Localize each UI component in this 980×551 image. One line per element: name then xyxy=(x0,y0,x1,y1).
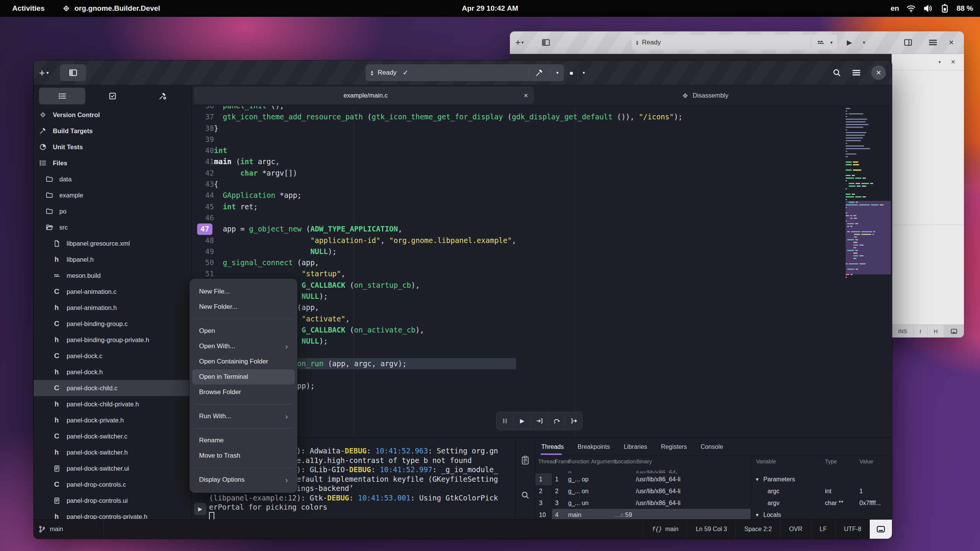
activities-button[interactable]: Activities xyxy=(7,3,50,14)
column-header-arguments[interactable]: Arguments xyxy=(591,456,618,467)
panel-tab-console[interactable]: Console xyxy=(701,438,723,456)
panel-tab-threads[interactable]: Threads xyxy=(541,438,564,456)
variable-row-argc[interactable]: argcint1 xyxy=(751,485,892,497)
frame-row-2[interactable]: 2g_... on/usr/lib/x86_64-li xyxy=(552,485,751,497)
breakpoint-line-number[interactable]: 47 xyxy=(197,223,212,235)
tree-file-panel-binding-group.c[interactable]: Cpanel-binding-group.c xyxy=(34,316,191,332)
project-tree-tab[interactable] xyxy=(39,88,85,104)
variables-table[interactable]: VariableTypeValue▼Parametersargcint1argv… xyxy=(751,456,892,519)
line-number[interactable]: 46 xyxy=(197,212,214,223)
new-page-button[interactable]: + xyxy=(39,67,45,79)
build-dropdown-icon[interactable]: ▾ xyxy=(556,70,559,75)
column-header-location[interactable]: Location xyxy=(615,456,636,467)
tree-file-panel-dock-switcher.h[interactable]: hpanel-dock-switcher.h xyxy=(34,444,191,460)
menu-item-rename[interactable]: Rename xyxy=(192,433,295,448)
continue-button[interactable]: ▶ xyxy=(514,412,531,430)
tree-file-panel-dock-private.h[interactable]: hpanel-dock-private.h xyxy=(34,412,191,428)
tree-folder-src[interactable]: src xyxy=(34,219,191,235)
tree-file-panel-animation.h[interactable]: hpanel-animation.h xyxy=(34,300,191,316)
column-header-binary[interactable]: Binary xyxy=(636,456,652,467)
search-icon[interactable] xyxy=(832,68,841,77)
tree-file-panel-dock-switcher.c[interactable]: Cpanel-dock-switcher.c xyxy=(34,428,191,444)
variable-row-parameters[interactable]: ▼Parameters xyxy=(751,473,892,485)
tree-file-panel-drop-controls.ui[interactable]: panel-drop-controls.ui xyxy=(34,492,191,509)
tree-file-panel-dock-child-private.h[interactable]: hpanel-dock-child-private.h xyxy=(34,396,191,412)
frame-row-1[interactable]: 1g_... op/usr/lib/x86_64-li xyxy=(552,473,751,485)
menu-item-move-to-trash[interactable]: Move to Trash xyxy=(192,448,295,463)
variable-row-argv[interactable]: argvchar **0x7ffff... xyxy=(751,497,892,509)
tree-folder-po[interactable]: po xyxy=(34,203,191,219)
keyboard-layout-indicator[interactable]: en xyxy=(891,4,899,13)
menu-item-display-options[interactable]: Display Options› xyxy=(192,472,295,487)
frame-row-3[interactable]: 3g_... un/usr/lib/x86_64-li xyxy=(552,497,751,509)
tree-file-panel-dock-child.c[interactable]: Cpanel-dock-child.c xyxy=(34,380,191,396)
line-number[interactable]: 37 xyxy=(197,111,214,122)
line-number[interactable]: 51 xyxy=(197,268,214,279)
toggle-bottom-panel-button[interactable] xyxy=(870,520,892,539)
thread-row-2[interactable]: 2 xyxy=(535,485,552,497)
toggle-left-panel-icon[interactable] xyxy=(541,38,550,47)
line-number[interactable]: 38 xyxy=(197,123,214,134)
column-header-function[interactable]: Function xyxy=(568,456,590,467)
run-dropdown[interactable]: ▾ xyxy=(863,40,865,45)
panel-tab-libraries[interactable]: Libraries xyxy=(624,438,647,456)
indentation-mode[interactable]: Space 2:2 xyxy=(735,520,780,539)
line-number[interactable]: 36 xyxy=(197,106,214,111)
status-item-ins[interactable]: INS xyxy=(892,325,913,337)
build-dropdown-icon[interactable]: ▾ xyxy=(830,40,833,45)
menu-item-open[interactable]: Open xyxy=(192,323,295,339)
sidebar-item-version-control[interactable]: Version Control xyxy=(34,107,191,123)
tree-file-panel-dock-switcher.ui[interactable]: panel-dock-switcher.ui xyxy=(34,460,191,476)
clipboard-icon[interactable] xyxy=(520,455,530,465)
line-number[interactable]: 48 xyxy=(197,235,214,246)
line-number[interactable]: 50 xyxy=(197,257,214,268)
tree-file-panel-dock.h[interactable]: hpanel-dock.h xyxy=(34,364,191,380)
line-number[interactable]: 44 xyxy=(197,190,214,201)
menu-item-open-with[interactable]: Open With...› xyxy=(192,339,295,354)
column-header-type[interactable]: Type xyxy=(825,456,837,467)
thread-row-3[interactable]: 3 xyxy=(535,497,552,509)
step-in-button[interactable] xyxy=(531,412,548,430)
close-window-button[interactable]: ✕ xyxy=(871,65,886,80)
column-header-value[interactable]: Value xyxy=(859,456,873,467)
tree-file-libpanel.h[interactable]: hlibpanel.h xyxy=(34,251,191,267)
line-number[interactable]: 43 xyxy=(197,179,214,190)
pause-button[interactable] xyxy=(497,412,514,430)
tree-file-panel-animation.c[interactable]: Cpanel-animation.c xyxy=(34,284,191,300)
step-out-button[interactable] xyxy=(565,412,582,430)
menu-icon[interactable] xyxy=(928,37,938,47)
menu-item-open-containing-folder[interactable]: Open Containing Folder xyxy=(192,354,295,369)
project-tree[interactable]: Version ControlBuild TargetsUnit TestsFi… xyxy=(34,107,191,519)
encoding[interactable]: UTF-8 xyxy=(835,520,870,539)
sidebar-item-unit-tests[interactable]: Unit Tests xyxy=(34,139,191,155)
panel-close-icon[interactable]: ✕ xyxy=(951,59,956,65)
new-page-dropdown[interactable]: ▾ xyxy=(46,70,49,75)
tree-file-panel-binding-group-private.h[interactable]: hpanel-binding-group-private.h xyxy=(34,332,191,348)
panel-tab-registers[interactable]: Registers xyxy=(661,438,687,456)
tree-file-meson.build[interactable]: meson.build xyxy=(34,267,191,284)
overwrite-mode[interactable]: OVR xyxy=(780,520,811,539)
todo-tab[interactable] xyxy=(89,88,136,104)
menu-icon[interactable] xyxy=(851,68,861,78)
new-page-dropdown[interactable]: ▾ xyxy=(521,40,524,45)
sidebar-item-build-targets[interactable]: Build Targets xyxy=(34,123,191,139)
search-icon[interactable] xyxy=(521,491,530,500)
line-number[interactable]: 41 xyxy=(197,156,214,167)
toggle-panel-button[interactable] xyxy=(944,325,964,337)
toggle-right-panel-icon[interactable] xyxy=(903,38,913,47)
threads-table[interactable]: 12310 p.../usr/lib/x86_64-...1g_... op/u… xyxy=(535,456,751,519)
variable-row-locals[interactable]: ▼Locals xyxy=(751,509,892,519)
build-issues-tab[interactable] xyxy=(140,88,186,104)
thread-id-column[interactable]: 12310 xyxy=(535,467,552,519)
line-number[interactable]: 49 xyxy=(197,246,214,257)
tree-file-libpanel.gresource.xml[interactable]: libpanel.gresource.xml xyxy=(34,235,191,251)
line-ending[interactable]: LF xyxy=(811,520,835,539)
omnibar[interactable]: ▴▾ Ready ▾ xyxy=(632,35,837,50)
frame-row-4[interactable]: 4main....c:59 xyxy=(552,509,751,519)
status-item-h[interactable]: H xyxy=(928,325,944,337)
tree-folder-example[interactable]: example xyxy=(34,187,191,203)
editor-tab-example-main-c[interactable]: example/main.c✕ xyxy=(194,87,534,104)
minimap-viewport[interactable] xyxy=(846,201,891,274)
build-target-icon[interactable] xyxy=(817,38,825,47)
branch-indicator[interactable]: main xyxy=(34,525,103,533)
